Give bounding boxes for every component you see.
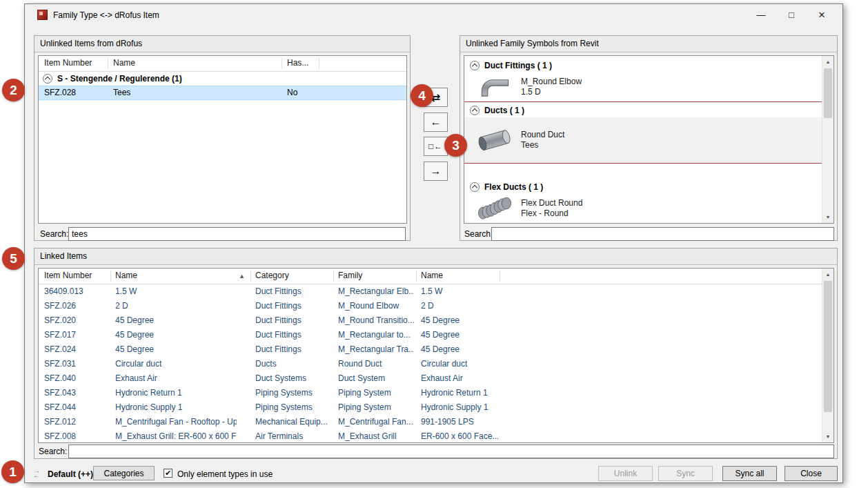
- sync-button[interactable]: Sync: [658, 466, 713, 481]
- only-in-use-checkbox[interactable]: ✔: [164, 469, 172, 478]
- table-cell: 45 Degree: [115, 342, 237, 357]
- table-row[interactable]: SFZ.02445 DegreeDuct FittingsM_Rectangul…: [39, 342, 834, 357]
- column-header-name[interactable]: Name: [115, 269, 237, 283]
- drofus-selected-row[interactable]: SFZ.028 Tees No: [39, 86, 406, 100]
- symbol-item[interactable]: Round DuctTees: [464, 117, 834, 163]
- table-cell: 2 D: [115, 299, 237, 313]
- table-row[interactable]: SFZ.044Hydronic Supply 1Piping SystemsPi…: [39, 400, 834, 415]
- table-cell: 45 Degree: [115, 313, 237, 328]
- move-left-button[interactable]: ←: [424, 113, 448, 132]
- revit-list-scrollbar[interactable]: [822, 56, 834, 223]
- collapse-icon[interactable]: [470, 106, 480, 115]
- symbol-item[interactable]: M_Round Elbow1.5 D: [464, 72, 834, 101]
- table-row[interactable]: SFZ.031Circular ductDuctsRound DuctCircu…: [39, 357, 834, 371]
- table-cell: Duct Systems: [255, 371, 331, 386]
- column-header-category[interactable]: Category: [255, 269, 331, 283]
- table-cell: SFZ.008: [44, 429, 109, 443]
- symbol-group-header[interactable]: Ducts ( 1 ): [464, 104, 834, 117]
- table-cell: SFZ.012: [44, 415, 109, 429]
- title-bar[interactable]: Family Type <-> dRofus Item — □ ×: [25, 4, 842, 26]
- drofus-group-label: S - Stengende / Regulerende (1): [57, 74, 182, 84]
- table-cell: Circular duct: [421, 357, 498, 371]
- table-row[interactable]: SFZ.008M_Exhaust Grill: ER-600 x 600 Fac…: [39, 429, 834, 443]
- column-header-name-2[interactable]: Name: [421, 269, 498, 283]
- annotation-circle-4: 4: [411, 84, 433, 107]
- table-cell: M_Rectangular Tra...: [338, 342, 414, 357]
- collapse-icon[interactable]: [470, 61, 480, 70]
- symbol-item-text: Flex Duct RoundFlex - Round: [521, 198, 582, 219]
- scrollbar-thumb[interactable]: [824, 68, 832, 118]
- table-row[interactable]: 36409.0131.5 WDuct FittingsM_Rectangular…: [39, 284, 834, 299]
- table-cell: SFZ.044: [44, 400, 109, 415]
- column-header-item-number[interactable]: Item Number: [44, 56, 105, 70]
- table-cell: Hydronic Supply 1: [421, 400, 498, 415]
- column-header-has[interactable]: Has...: [287, 56, 319, 70]
- linked-items-scrollbar[interactable]: [822, 269, 834, 442]
- categories-button[interactable]: Categories: [93, 466, 155, 480]
- table-cell: Round Duct: [338, 357, 414, 371]
- symbol-group-header[interactable]: Duct Fittings ( 1 ): [464, 59, 834, 72]
- table-cell: 45 Degree: [115, 328, 237, 342]
- drofus-search-input[interactable]: [68, 227, 406, 241]
- table-cell: Duct Fittings: [255, 313, 331, 328]
- linked-search-input[interactable]: [68, 445, 834, 458]
- linked-items-header-row: Item Number Name ▲ Category Family Name: [39, 269, 834, 284]
- minimize-button[interactable]: —: [746, 4, 776, 26]
- drofus-group-row[interactable]: S - Stengende / Regulerende (1): [39, 72, 406, 86]
- item-divider: [464, 163, 822, 164]
- collapse-icon[interactable]: [43, 74, 52, 84]
- table-cell: SFZ.031: [44, 357, 109, 371]
- linked-items-table: Item Number Name ▲ Category Family Name …: [38, 268, 834, 443]
- unlink-button[interactable]: Unlink: [598, 466, 653, 481]
- cell-name: Tees: [113, 86, 279, 99]
- table-row[interactable]: SFZ.040Exhaust AirDuct SystemsDuct Syste…: [39, 371, 834, 386]
- table-cell: Mechanical Equip...: [255, 415, 331, 429]
- cell-item-number: SFZ.028: [44, 86, 105, 99]
- scrollbar-thumb[interactable]: [824, 281, 832, 412]
- revit-search-input[interactable]: [491, 227, 834, 241]
- scroll-down-icon[interactable]: [822, 431, 834, 442]
- table-cell: Ducts: [255, 357, 331, 371]
- table-row[interactable]: SFZ.02045 DegreeDuct FittingsM_Round Tra…: [39, 313, 834, 328]
- sort-ascending-icon[interactable]: ▲: [239, 269, 245, 284]
- table-cell: Piping Systems: [255, 400, 331, 415]
- item-divider: [464, 223, 822, 224]
- symbol-item-text: M_Round Elbow1.5 D: [521, 77, 582, 97]
- table-cell: M_Centrifugal Fan...: [338, 415, 414, 429]
- cell-has: No: [287, 86, 319, 99]
- annotation-circle-5: 5: [2, 247, 25, 270]
- table-cell: Duct Fittings: [255, 342, 331, 357]
- scroll-up-icon[interactable]: [822, 56, 834, 68]
- table-cell: 36409.013: [44, 284, 109, 299]
- table-row[interactable]: SFZ.043Hydronic Return 1Piping SystemsPi…: [39, 386, 834, 400]
- table-cell: M_Round Transitio...: [338, 313, 414, 328]
- table-cell: SFZ.017: [44, 328, 109, 342]
- table-cell: Exhaust Air: [421, 371, 498, 386]
- scroll-down-icon[interactable]: [822, 211, 834, 223]
- maximize-button[interactable]: □: [776, 4, 807, 26]
- chevron-up-icon: [45, 77, 50, 82]
- table-cell: Exhaust Air: [115, 371, 237, 386]
- round-elbow-icon: [475, 73, 514, 101]
- collapse-icon[interactable]: [470, 182, 480, 192]
- scroll-up-icon[interactable]: [822, 269, 834, 280]
- column-header-family[interactable]: Family: [338, 269, 414, 283]
- table-row[interactable]: SFZ.0262 DDuct FittingsM_Round Elbow2 D: [39, 299, 834, 313]
- symbol-item[interactable]: Flex Duct RoundFlex - Round: [464, 194, 834, 223]
- table-row[interactable]: SFZ.01745 DegreeDuct FittingsM_Rectangul…: [39, 328, 834, 342]
- table-cell: M_Centrifugal Fan - Rooftop - Up...: [115, 415, 237, 429]
- sync-all-button[interactable]: Sync all: [722, 466, 777, 481]
- symbol-family-label: Flex Duct Round: [521, 198, 582, 208]
- table-row[interactable]: SFZ.012M_Centrifugal Fan - Rooftop - Up.…: [39, 415, 834, 429]
- close-button[interactable]: Close: [785, 466, 838, 481]
- close-window-button[interactable]: ×: [807, 4, 837, 26]
- window-controls: — □ ×: [746, 4, 837, 26]
- symbol-group-label: Duct Fittings ( 1 ): [484, 61, 552, 70]
- move-right-button[interactable]: →: [424, 162, 448, 181]
- column-header-name[interactable]: Name: [113, 56, 279, 70]
- column-header-item-number[interactable]: Item Number: [44, 269, 109, 283]
- table-cell: SFZ.024: [44, 342, 109, 357]
- symbol-group-header[interactable]: Flex Ducts ( 1 ): [464, 180, 834, 194]
- unlinked-revit-panel: Unlinked Family Symbols from Revit Duct …: [460, 35, 838, 241]
- table-cell: 45 Degree: [421, 342, 498, 357]
